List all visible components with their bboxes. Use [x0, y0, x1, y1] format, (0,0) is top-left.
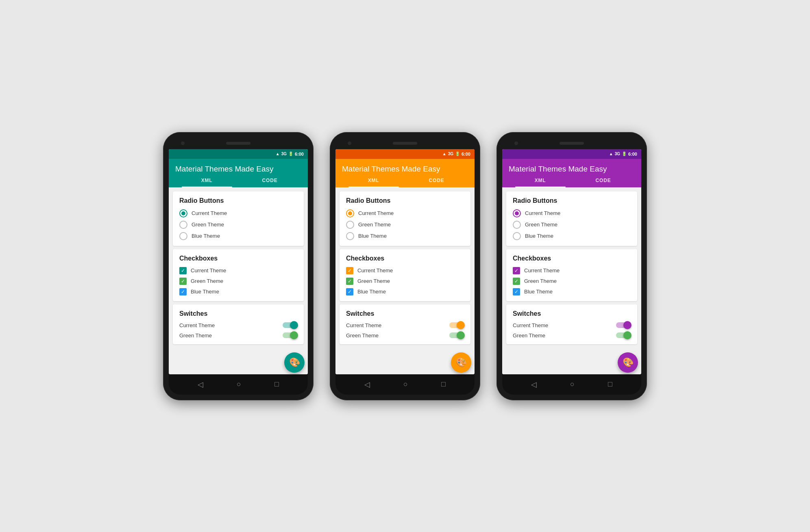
tab-xml[interactable]: XML [175, 178, 238, 187]
tabs-container: XMLCODE [509, 178, 635, 187]
radio-button[interactable] [346, 221, 354, 229]
radio-title: Radio Buttons [346, 197, 464, 204]
radio-item[interactable]: Blue Theme [513, 232, 631, 240]
tab-code[interactable]: CODE [572, 178, 635, 187]
radio-label: Blue Theme [192, 233, 220, 239]
radio-button[interactable] [513, 209, 521, 217]
switch-label: Current Theme [346, 322, 381, 328]
nav-back-icon[interactable]: ◁ [198, 380, 203, 389]
fab-button[interactable]: 🎨 [284, 352, 305, 373]
checkbox-box[interactable]: ✓ [346, 278, 353, 285]
phone-purple-phone: ▲ 3G 🔋 6:00 Material Themes Made EasyXML… [496, 132, 647, 400]
tab-xml[interactable]: XML [509, 178, 572, 187]
wifi-icon: ▲ [442, 152, 446, 156]
nav-recents-icon[interactable]: □ [274, 380, 279, 389]
checkbox-item[interactable]: ✓Green Theme [513, 278, 631, 285]
checkbox-box[interactable]: ✓ [179, 288, 187, 295]
checkbox-box[interactable]: ✓ [346, 288, 353, 295]
screen-content: Radio ButtonsCurrent ThemeGreen ThemeBlu… [169, 187, 308, 374]
nav-back-icon[interactable]: ◁ [531, 380, 537, 389]
switch-track[interactable] [283, 332, 297, 338]
card-radio: Radio ButtonsCurrent ThemeGreen ThemeBlu… [340, 191, 470, 246]
nav-recents-icon[interactable]: □ [441, 380, 446, 389]
checkbox-box[interactable]: ✓ [513, 288, 520, 295]
checkbox-item[interactable]: ✓Blue Theme [513, 288, 631, 295]
radio-label: Blue Theme [525, 233, 553, 239]
radio-item[interactable]: Blue Theme [346, 232, 464, 240]
radio-button[interactable] [513, 232, 521, 240]
checkbox-box[interactable]: ✓ [513, 267, 520, 274]
switch-thumb [457, 321, 465, 329]
nav-home-icon[interactable]: ○ [570, 380, 575, 389]
network-icon: 3G [281, 152, 287, 156]
radio-button[interactable] [346, 209, 354, 217]
phone-nav-bar: ◁ ○ □ [335, 374, 475, 395]
switch-track[interactable] [616, 332, 631, 338]
battery-icon: 🔋 [288, 152, 293, 156]
switch-track[interactable] [449, 332, 464, 338]
tabs-container: XMLCODE [342, 178, 468, 187]
checkbox-item[interactable]: ✓Blue Theme [179, 288, 297, 295]
switch-item[interactable]: Green Theme [179, 332, 297, 339]
checkbox-label: Current Theme [357, 267, 393, 274]
switch-track[interactable] [283, 322, 297, 328]
radio-button[interactable] [513, 221, 521, 229]
card-radio: Radio ButtonsCurrent ThemeGreen ThemeBlu… [173, 191, 304, 246]
radio-item[interactable]: Green Theme [346, 221, 464, 229]
radio-button[interactable] [179, 209, 187, 217]
tab-code[interactable]: CODE [405, 178, 468, 187]
radio-item[interactable]: Current Theme [179, 209, 297, 217]
checkbox-box[interactable]: ✓ [179, 267, 187, 274]
switch-label: Green Theme [513, 332, 545, 339]
radio-label: Current Theme [358, 210, 394, 216]
radio-item[interactable]: Current Theme [346, 209, 464, 217]
switch-item[interactable]: Current Theme [179, 322, 297, 328]
checkbox-label: Blue Theme [524, 289, 553, 295]
tab-code[interactable]: CODE [238, 178, 301, 187]
radio-button[interactable] [346, 232, 354, 240]
switch-track[interactable] [449, 322, 464, 328]
checkbox-label: Blue Theme [357, 289, 386, 295]
checkbox-item[interactable]: ✓Blue Theme [346, 288, 464, 295]
switch-item[interactable]: Current Theme [513, 322, 631, 328]
status-icons: ▲ 3G 🔋 6:00 [276, 152, 304, 156]
app-bar: Material Themes Made EasyXMLCODE [335, 159, 475, 187]
radio-item[interactable]: Current Theme [513, 209, 631, 217]
fab-button[interactable]: 🎨 [618, 352, 638, 373]
radio-button[interactable] [179, 232, 187, 240]
checkbox-item[interactable]: ✓Green Theme [179, 278, 297, 285]
phone-camera [348, 141, 351, 145]
checkbox-item[interactable]: ✓Current Theme [346, 267, 464, 274]
switch-thumb [290, 331, 298, 339]
nav-home-icon[interactable]: ○ [237, 380, 241, 389]
tab-xml[interactable]: XML [342, 178, 405, 187]
screen-content: Radio ButtonsCurrent ThemeGreen ThemeBlu… [502, 187, 641, 374]
switch-item[interactable]: Green Theme [346, 332, 464, 339]
radio-item[interactable]: Blue Theme [179, 232, 297, 240]
checkbox-item[interactable]: ✓Current Theme [513, 267, 631, 274]
phone-nav-bar: ◁ ○ □ [502, 374, 641, 395]
radio-button[interactable] [179, 221, 187, 229]
nav-home-icon[interactable]: ○ [403, 380, 408, 389]
radio-item[interactable]: Green Theme [179, 221, 297, 229]
status-bar: ▲ 3G 🔋 6:00 [169, 149, 308, 159]
phone-screen: ▲ 3G 🔋 6:00 Material Themes Made EasyXML… [502, 149, 641, 374]
checkbox-box[interactable]: ✓ [179, 278, 187, 285]
checkbox-item[interactable]: ✓Current Theme [179, 267, 297, 274]
battery-icon: 🔋 [455, 152, 460, 156]
switch-item[interactable]: Current Theme [346, 322, 464, 328]
checkbox-box[interactable]: ✓ [346, 267, 353, 274]
nav-back-icon[interactable]: ◁ [364, 380, 370, 389]
radio-item[interactable]: Green Theme [513, 221, 631, 229]
phone-nav-bar: ◁ ○ □ [169, 374, 308, 395]
checkbox-box[interactable]: ✓ [513, 278, 520, 285]
switch-track[interactable] [616, 322, 631, 328]
switch-thumb [457, 331, 465, 339]
nav-recents-icon[interactable]: □ [608, 380, 612, 389]
switch-item[interactable]: Green Theme [513, 332, 631, 339]
phone-body: ▲ 3G 🔋 6:00 Material Themes Made EasyXML… [496, 132, 647, 400]
fab-button[interactable]: 🎨 [451, 352, 471, 373]
battery-icon: 🔋 [622, 152, 627, 156]
checkbox-item[interactable]: ✓Green Theme [346, 278, 464, 285]
card-switch: SwitchesCurrent ThemeGreen Theme [506, 304, 637, 344]
